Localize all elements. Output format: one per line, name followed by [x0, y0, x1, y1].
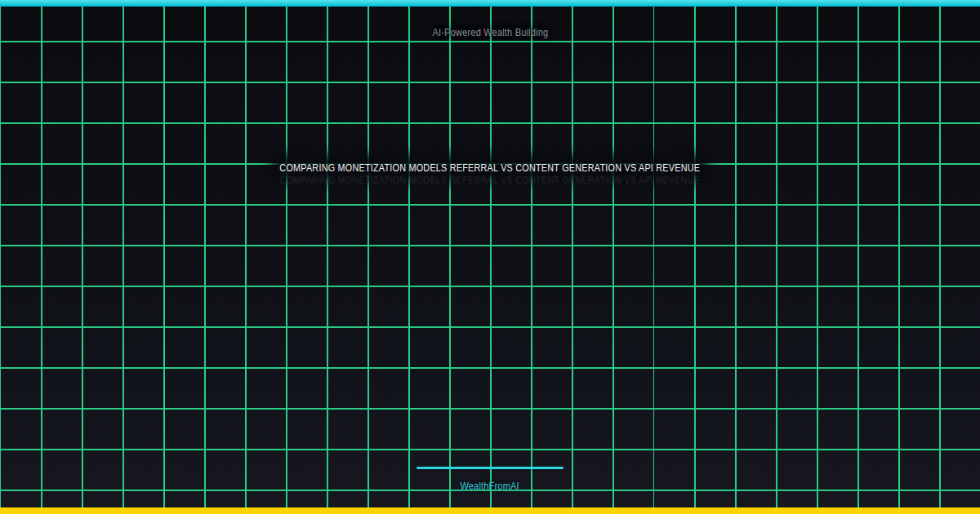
- eyebrow-label: AI-Powered Wealth Building: [432, 26, 548, 38]
- page-title: COMPARING MONETIZATION MODELS REFERRAL V…: [277, 161, 702, 175]
- title-row: COMPARING MONETIZATION MODELS REFERRAL V…: [0, 161, 980, 175]
- grid-background: [0, 0, 980, 514]
- brand-underline: [416, 467, 564, 469]
- eyebrow-row: AI-Powered Wealth Building: [0, 24, 980, 39]
- top-accent-bar: [0, 0, 980, 7]
- bottom-accent-bar: [0, 507, 980, 514]
- social-card: AI-Powered Wealth Building COMPARING MON…: [0, 0, 980, 514]
- brand-name: WealthFromAI: [461, 480, 519, 492]
- brand-row: WealthFromAI: [0, 478, 980, 493]
